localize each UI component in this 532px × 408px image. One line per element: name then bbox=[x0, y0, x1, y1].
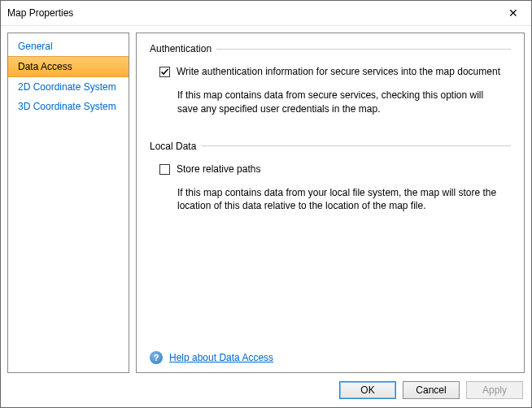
relative-paths-checkbox-row[interactable]: Store relative paths bbox=[159, 163, 511, 175]
checkmark-icon bbox=[160, 67, 169, 76]
auth-description: If this map contains data from secure se… bbox=[177, 89, 501, 116]
dialog-content: General Data Access 2D Coordinate System… bbox=[1, 26, 531, 378]
local-data-description: If this map contains data from your loca… bbox=[177, 186, 501, 214]
ok-button[interactable]: OK bbox=[339, 381, 396, 399]
apply-button: Apply bbox=[466, 381, 523, 399]
nav-item-3d-coordinate-system[interactable]: 3D Coordinate System bbox=[8, 97, 129, 116]
nav-item-label: General bbox=[18, 41, 53, 52]
nav-item-general[interactable]: General bbox=[8, 37, 129, 56]
divider bbox=[216, 49, 511, 50]
local-data-group: Local Data Store relative paths If this … bbox=[150, 141, 511, 214]
authentication-title: Authentication bbox=[150, 43, 211, 54]
relative-paths-checkbox[interactable] bbox=[159, 164, 170, 175]
title-bar: Map Properties ✕ bbox=[1, 1, 531, 26]
close-button[interactable]: ✕ bbox=[495, 1, 531, 25]
help-link[interactable]: Help about Data Access bbox=[169, 352, 273, 363]
button-label: Apply bbox=[482, 384, 507, 396]
spacer bbox=[150, 237, 511, 351]
nav-item-label: 2D Coordinate System bbox=[18, 81, 116, 93]
close-icon: ✕ bbox=[508, 7, 518, 20]
button-label: Cancel bbox=[416, 384, 446, 396]
main-panel: Authentication Write authentication info… bbox=[136, 33, 525, 373]
authentication-group: Authentication Write authentication info… bbox=[150, 43, 511, 116]
nav-item-label: 3D Coordinate System bbox=[18, 101, 116, 112]
auth-checkbox-row[interactable]: Write authentication information for sec… bbox=[159, 66, 511, 77]
nav-panel: General Data Access 2D Coordinate System… bbox=[7, 33, 129, 373]
relative-paths-label: Store relative paths bbox=[177, 163, 260, 175]
local-data-title: Local Data bbox=[150, 141, 196, 152]
nav-item-data-access[interactable]: Data Access bbox=[8, 56, 129, 77]
auth-checkbox-label: Write authentication information for sec… bbox=[177, 66, 500, 77]
button-bar: OK Cancel Apply bbox=[1, 378, 531, 407]
nav-item-2d-coordinate-system[interactable]: 2D Coordinate System bbox=[8, 77, 129, 97]
window-title: Map Properties bbox=[7, 7, 73, 19]
nav-item-label: Data Access bbox=[18, 61, 72, 72]
local-data-header: Local Data bbox=[150, 141, 511, 152]
help-row: ? Help about Data Access bbox=[150, 351, 511, 364]
authentication-header: Authentication bbox=[150, 43, 511, 54]
auth-checkbox[interactable] bbox=[159, 67, 170, 77]
help-icon: ? bbox=[150, 351, 163, 364]
cancel-button[interactable]: Cancel bbox=[403, 381, 460, 399]
divider bbox=[201, 145, 511, 146]
button-label: OK bbox=[360, 384, 374, 396]
